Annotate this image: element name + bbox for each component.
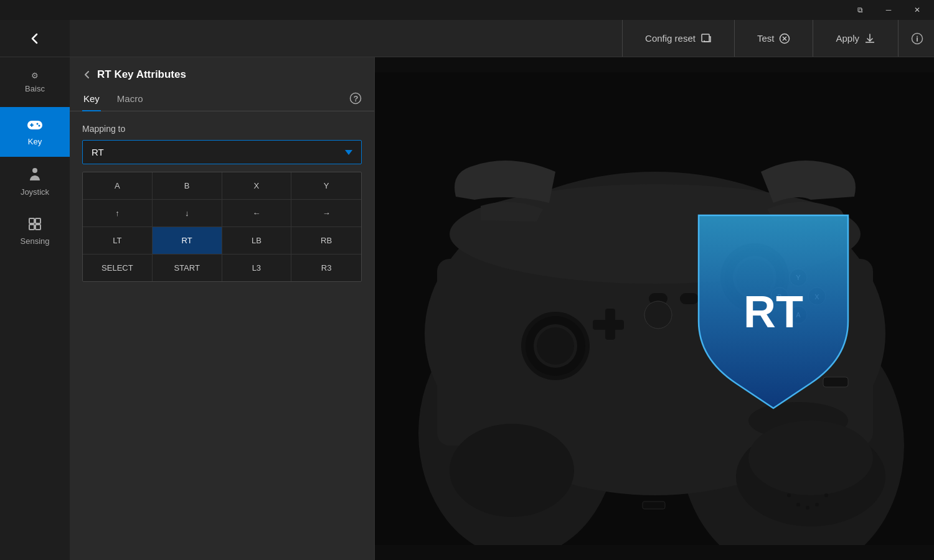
svg-rect-8 — [35, 218, 40, 223]
svg-rect-10 — [702, 34, 709, 42]
mapping-label: Mapping to — [82, 124, 362, 134]
key-row-4: SELECT START L3 R3 — [83, 254, 361, 281]
key-grid: A B X Y ↑ ↓ ← → LT RT — [82, 172, 362, 282]
panel-title: RT Key Attributes — [97, 68, 186, 81]
sidebar-item-key[interactable]: Key — [0, 107, 70, 157]
svg-point-3 — [37, 123, 39, 125]
svg-point-53 — [748, 421, 873, 495]
config-reset-icon — [700, 33, 712, 44]
apply-label: Apply — [836, 33, 859, 44]
svg-rect-60 — [643, 502, 665, 509]
key-row-2: ↑ ↓ ← → — [83, 200, 361, 227]
sidebar-item-baisc[interactable]: ⚙ Baisc — [0, 57, 70, 107]
key-cell-start[interactable]: START — [153, 254, 222, 281]
key-cell-a[interactable]: A — [83, 172, 153, 199]
titlebar: ⧉ ─ ✕ — [0, 0, 934, 20]
help-button[interactable]: ? — [349, 92, 362, 107]
gamepad-icon — [27, 118, 43, 133]
content-wrapper: RT Key Attributes Key Macro ? Mapping to — [70, 57, 934, 560]
svg-point-29 — [537, 327, 574, 365]
tab-macro[interactable]: Macro — [116, 88, 144, 111]
gamepad-area: A B X Y — [375, 57, 934, 560]
tab-bar: Key Macro ? — [70, 81, 374, 111]
svg-text:RT: RT — [743, 287, 803, 337]
config-reset-button[interactable]: Config reset — [623, 20, 734, 57]
sidebar-item-label-key: Key — [28, 137, 42, 146]
tab-key[interactable]: Key — [82, 88, 101, 111]
key-row-3: LT RT LB RB — [83, 227, 361, 254]
panel-header: RT Key Attributes — [70, 57, 374, 81]
dropdown-value: RT — [92, 147, 104, 157]
svg-rect-35 — [593, 320, 624, 330]
panel-content: Mapping to RT A B X Y ↑ — [70, 111, 374, 560]
key-cell-r3[interactable]: R3 — [291, 254, 361, 281]
sidebar-back-button[interactable] — [0, 20, 70, 57]
svg-rect-9 — [35, 225, 40, 230]
toolbar: Config reset Test — [70, 20, 934, 57]
svg-point-46 — [644, 301, 672, 329]
sensing-icon — [28, 217, 42, 233]
svg-point-56 — [806, 506, 809, 510]
svg-rect-45 — [680, 293, 699, 304]
svg-point-4 — [39, 125, 40, 127]
key-cell-l3[interactable]: L3 — [222, 254, 292, 281]
sidebar: ⚙ Baisc Key Joystick — [0, 20, 70, 560]
key-cell-left[interactable]: ← — [222, 200, 292, 226]
minimize-button[interactable]: ─ — [874, 0, 903, 20]
panel: RT Key Attributes Key Macro ? Mapping to — [70, 57, 375, 560]
test-icon — [779, 33, 790, 44]
svg-point-54 — [787, 493, 791, 497]
sidebar-item-label-sensing: Sensing — [21, 236, 50, 246]
key-row-1: A B X Y — [83, 172, 361, 200]
test-section: Test — [734, 20, 813, 57]
close-button[interactable]: ✕ — [903, 0, 932, 20]
person-icon — [28, 167, 42, 184]
panel-back-button[interactable] — [82, 70, 92, 80]
svg-point-58 — [824, 493, 828, 497]
app-body: ⚙ Baisc Key Joystick — [0, 20, 934, 560]
svg-point-59 — [450, 424, 574, 517]
svg-rect-2 — [30, 124, 34, 126]
svg-rect-6 — [29, 218, 34, 223]
svg-rect-0 — [27, 121, 42, 129]
test-button[interactable]: Test — [735, 20, 813, 57]
key-cell-rb[interactable]: RB — [291, 227, 361, 254]
gear-icon: ⚙ — [31, 71, 39, 80]
key-cell-select[interactable]: SELECT — [83, 254, 153, 281]
info-button[interactable] — [898, 20, 934, 57]
info-icon — [911, 32, 923, 45]
gamepad-svg: A B X Y — [375, 72, 934, 545]
dropdown-arrow-icon — [345, 150, 352, 155]
config-reset-section: Config reset — [622, 20, 734, 57]
apply-button[interactable]: Apply — [813, 20, 898, 57]
key-cell-lb[interactable]: LB — [222, 227, 292, 254]
sidebar-item-joystick[interactable]: Joystick — [0, 157, 70, 207]
key-cell-right[interactable]: → — [291, 200, 361, 226]
sidebar-item-sensing[interactable]: Sensing — [0, 207, 70, 256]
sidebar-item-label-joystick: Joystick — [21, 187, 49, 197]
svg-point-17 — [917, 35, 918, 37]
download-icon — [864, 33, 875, 44]
restore-button[interactable]: ⧉ — [846, 0, 874, 20]
svg-text:?: ? — [354, 94, 359, 103]
sidebar-item-label-baisc: Baisc — [25, 84, 45, 93]
svg-rect-7 — [29, 225, 34, 230]
key-cell-lt[interactable]: LT — [83, 227, 153, 254]
svg-point-5 — [32, 168, 37, 173]
mapping-dropdown[interactable]: RT — [82, 140, 362, 164]
key-cell-b[interactable]: B — [153, 172, 222, 199]
svg-point-57 — [815, 503, 819, 506]
key-cell-rt[interactable]: RT — [153, 227, 222, 254]
svg-point-55 — [796, 503, 800, 506]
svg-rect-47 — [823, 377, 848, 387]
key-cell-x[interactable]: X — [222, 172, 292, 199]
key-cell-down[interactable]: ↓ — [153, 200, 222, 226]
key-cell-up[interactable]: ↑ — [83, 200, 153, 226]
config-reset-label: Config reset — [645, 33, 696, 44]
key-cell-y[interactable]: Y — [291, 172, 361, 199]
apply-section: Apply — [813, 20, 898, 57]
test-label: Test — [757, 33, 775, 44]
